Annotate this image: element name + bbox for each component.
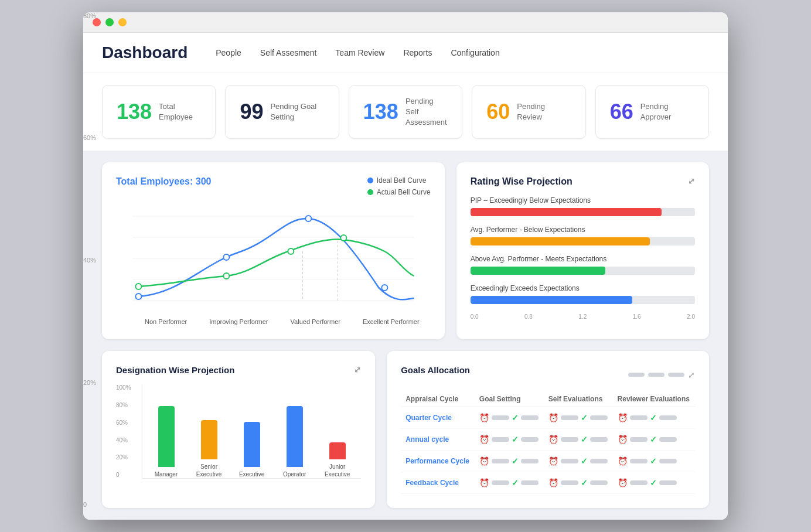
bar-icon	[521, 480, 539, 485]
check-icon: ✓	[512, 478, 519, 487]
bell-curve-title: Total Employees: 300	[116, 176, 211, 187]
nav-team-review[interactable]: Team Review	[335, 48, 384, 57]
clock-icon: ⏰	[618, 456, 628, 466]
bar-icon	[590, 459, 608, 463]
scroll-dot-2	[648, 373, 665, 377]
nav-people[interactable]: People	[216, 48, 241, 57]
stat-pending-approver[interactable]: 66 Pending Approver	[595, 85, 709, 139]
reviewer-icons-feedback: ⏰ ✓	[613, 472, 695, 494]
nav-configuration[interactable]: Configuration	[451, 48, 499, 57]
cycle-performance: Performance Cycle	[401, 451, 475, 472]
svg-point-5	[135, 294, 141, 299]
designation-wrapper: 100% 80% 60% 40% 20% 0	[116, 384, 361, 479]
rating-track-2	[471, 267, 695, 275]
designation-chart-inner: 100% 80% 60% 40% 20% 0	[116, 384, 361, 479]
stat-number-goal: 99	[240, 100, 263, 124]
stat-number-self: 138	[363, 100, 398, 124]
check-icon: ✓	[650, 478, 657, 487]
svg-point-6	[223, 254, 229, 260]
designation-card: Designation Wise Projection ⤢ 100% 80% 6…	[102, 351, 375, 508]
bell-curve-header: Total Employees: 300 Ideal Bell Curve Ac…	[116, 176, 431, 196]
check-icon: ✓	[581, 456, 588, 466]
bar-icon	[659, 459, 677, 463]
stat-pending-self[interactable]: 138 Pending Self Assessment	[349, 85, 462, 139]
stat-pending-review[interactable]: 60 Pending Review	[472, 85, 585, 139]
bar-icon	[590, 437, 608, 442]
y-axis-labels: 80% 60% 40% 20% 0	[83, 12, 96, 520]
svg-point-10	[223, 273, 229, 279]
svg-point-8	[381, 285, 387, 291]
col-goal-setting: Goal Setting	[475, 391, 544, 407]
top-row: Total Employees: 300 Ideal Bell Curve Ac…	[102, 162, 709, 339]
rating-bar-exceeds: Exceedingly Exceeds Expectations	[471, 284, 695, 304]
bell-curve-chart-wrapper: 80% 60% 40% 20% 0	[116, 206, 431, 325]
stat-total-employee[interactable]: 138 Total Employee	[102, 85, 216, 139]
designation-expand-icon[interactable]: ⤢	[354, 365, 361, 375]
clock-icon: ⏰	[479, 456, 489, 466]
bar-fill-senior	[201, 420, 217, 459]
rating-expand-icon[interactable]: ⤢	[688, 176, 695, 187]
goal-icons-annual-1: ⏰ ✓	[475, 429, 544, 451]
check-icon: ✓	[650, 413, 657, 422]
check-icon: ✓	[650, 456, 657, 466]
check-icon: ✓	[512, 435, 519, 444]
bell-curve-card: Total Employees: 300 Ideal Bell Curve Ac…	[102, 162, 445, 339]
bar-icon	[590, 480, 608, 485]
rating-track-0	[471, 208, 695, 216]
goals-expand-icon[interactable]: ⤢	[688, 370, 695, 380]
goals-table: Appraisal Cycle Goal Setting Self Evalua…	[401, 391, 695, 494]
check-icon: ✓	[512, 456, 519, 466]
col-appraisal-cycle: Appraisal Cycle	[401, 391, 475, 407]
nav-self-assessment[interactable]: Self Assesment	[260, 48, 317, 57]
stat-label-self: Pending Self Assessment	[406, 96, 448, 128]
bar-icon	[659, 437, 677, 442]
legend-actual: Actual Bell Curve	[367, 188, 431, 196]
stat-number-approver: 66	[610, 100, 633, 124]
svg-point-12	[340, 235, 346, 241]
cycle-annual: Annual cycle	[401, 429, 475, 451]
rating-track-1	[471, 237, 695, 245]
self-icons-annual: ⏰ ✓	[544, 429, 613, 451]
browser-titlebar	[83, 12, 728, 33]
rating-bar-avg: Avg. Performer - Below Expectations	[471, 226, 695, 245]
maximize-button[interactable]	[118, 18, 127, 26]
scroll-indicators: ⤢	[628, 370, 695, 380]
stat-pending-goal[interactable]: 99 Pending Goal Setting	[225, 85, 339, 139]
rating-title: Rating Wise Projection ⤢	[471, 176, 695, 187]
rating-projection-card: Rating Wise Projection ⤢ PIP – Exceeding…	[456, 162, 709, 339]
stats-row: 138 Total Employee 99 Pending Goal Setti…	[83, 73, 728, 151]
goals-row-performance: Performance Cycle ⏰ ✓	[401, 451, 695, 472]
goals-row-feedback: Feedback Cycle ⏰ ✓	[401, 472, 695, 494]
check-icon: ✓	[581, 413, 588, 422]
bar-fill-junior	[329, 442, 346, 459]
check-icon: ✓	[512, 413, 519, 422]
bar-icon	[561, 415, 578, 420]
check-icon: ✓	[581, 478, 588, 487]
goals-allocation-card: Goals Allocation ⤢ Appraisal Cycle	[387, 351, 709, 508]
rating-bar-pip: PIP – Exceedingly Below Expectations	[471, 196, 695, 216]
browser-window: Dashboard People Self Assesment Team Rev…	[83, 12, 728, 520]
main-nav: People Self Assesment Team Review Report…	[216, 48, 499, 57]
stat-label-employees: Total Employee	[159, 101, 201, 122]
col-self-eval: Self Evaluations	[544, 391, 613, 407]
legend-dot-ideal	[367, 178, 373, 183]
clock-icon: ⏰	[618, 435, 628, 444]
app-title: Dashboard	[102, 43, 188, 62]
stat-number-review: 60	[486, 100, 510, 124]
reviewer-icons-quarter: ⏰ ✓	[613, 407, 695, 429]
stat-number-employees: 138	[117, 100, 152, 124]
rating-fill-2	[471, 267, 605, 275]
app-container: Dashboard People Self Assesment Team Rev…	[83, 33, 728, 520]
goals-header: Goals Allocation ⤢	[401, 365, 695, 384]
clock-icon: ⏰	[548, 435, 558, 444]
bar-senior-executive: Senior Executive	[192, 420, 226, 478]
check-icon: ✓	[581, 435, 588, 444]
rating-fill-1	[471, 237, 650, 245]
svg-point-9	[135, 284, 141, 289]
minimize-button[interactable]	[105, 18, 114, 26]
bell-curve-svg	[116, 206, 431, 311]
stat-label-review: Pending Review	[517, 101, 571, 122]
goals-row-quarter: Quarter Cycle ⏰ ✓	[401, 407, 695, 429]
nav-reports[interactable]: Reports	[403, 48, 432, 57]
bar-icon	[561, 459, 578, 463]
